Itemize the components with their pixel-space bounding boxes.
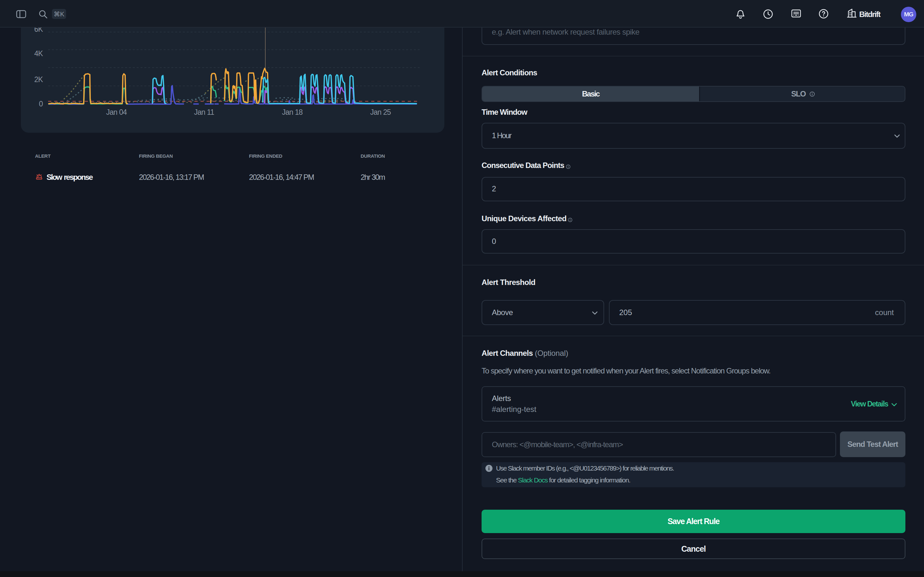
svg-text:Jan 18: Jan 18 (282, 108, 302, 116)
svg-text:Jan 25: Jan 25 (370, 108, 391, 116)
svg-text:2K: 2K (34, 75, 43, 84)
svg-text:Jan 04: Jan 04 (106, 108, 127, 116)
svg-text:0: 0 (39, 100, 43, 108)
svg-text:Jan 11: Jan 11 (194, 108, 214, 116)
svg-text:4K: 4K (34, 49, 43, 58)
